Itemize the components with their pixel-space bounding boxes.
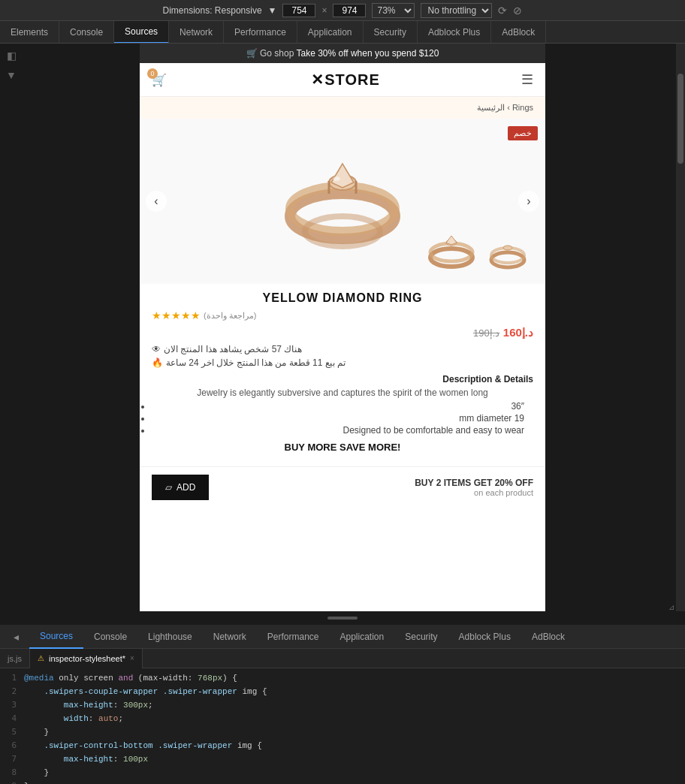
promo-bold: BUY 2 ITEMS GET 20% OFF (415, 478, 533, 488)
line-content-2: .swipers-couple-wrapper .swiper-wrapper … (24, 685, 267, 698)
panel-tab-console[interactable]: Console (83, 625, 137, 649)
menu-icon[interactable]: ☰ (521, 71, 533, 88)
line-num-1: 1 (0, 671, 24, 685)
viewers-line: هناك 57 شخص يشاهد هذا المنتج الان 👁 (152, 344, 533, 354)
left-panel: ◧ ▼ (0, 44, 23, 611)
close-file-icon[interactable]: × (130, 654, 134, 662)
desc-text: Jewelry is elegantly subversive and capt… (152, 387, 533, 398)
panel-tab-back[interactable]: ◂ (3, 625, 29, 649)
rotate-button[interactable]: ⟳ (498, 5, 507, 17)
line-content-7: max-height: 100px (24, 752, 148, 766)
breadcrumb: Rings › الرئيسية (140, 97, 545, 119)
file-tab-js[interactable]: js.js (0, 649, 30, 668)
top-toolbar: Dimensions: Responsive ▼ × 73% 50% 100% … (0, 0, 685, 21)
bullet-2: mm diameter 19 (152, 413, 524, 424)
code-line-9: 9 } (0, 779, 685, 784)
panel-tab-performance[interactable]: Performance (257, 625, 330, 649)
svg-point-16 (503, 246, 512, 250)
sold-icon: 🔥 (152, 357, 163, 368)
panel-tab-security[interactable]: Security (394, 625, 448, 649)
add-button-label: ADD (177, 482, 195, 493)
devtools-panel: ◂ Sources Console Lighthouse Network Per… (0, 625, 685, 784)
browser-area: ◧ ▼ Go shop Take 30% off when you spend … (0, 44, 685, 611)
code-line-1: 1 @media only screen and (max-width: 768… (0, 671, 685, 685)
desc-title: Description & Details (152, 374, 533, 384)
tab-performance[interactable]: Performance (224, 21, 297, 44)
line-num-8: 8 (0, 766, 24, 779)
bullet-3: Designed to be comfortable and easy to w… (152, 425, 524, 436)
buy-more-text: !BUY MORE SAVE MORE (152, 442, 533, 453)
panel-tab-adblock[interactable]: AdBlock (521, 625, 575, 649)
file-tab-inspector[interactable]: ⚠ inspector-stylesheet* × (30, 649, 143, 668)
resize-handle[interactable]: ⊿ (667, 602, 676, 611)
line-content-9: } (24, 779, 29, 784)
height-input[interactable] (333, 4, 366, 17)
code-line-3: 3 max-height: 300px; (0, 698, 685, 712)
dropdown-arrow-icon: ▼ (268, 5, 277, 16)
product-price: د.إ160 د.إ190 (152, 326, 533, 339)
code-line-4: 4 width: auto; (0, 712, 685, 725)
line-num-2: 2 (0, 685, 24, 698)
product-thumb-1 (425, 224, 478, 276)
tab-adblock[interactable]: AdBlock (491, 21, 546, 44)
sold-line: تم بيع 11 قطعة من هذا المنتج خلال اخر 24… (152, 357, 533, 368)
panel-tab-sources[interactable]: Sources (29, 625, 83, 649)
viewers-icon: 👁 (152, 344, 161, 354)
add-to-cart-button[interactable]: ADD ▱ (152, 475, 209, 500)
scroll-thumb[interactable] (677, 74, 683, 164)
product-title: YELLOW DIAMOND RING (152, 291, 533, 305)
product-image-wrap: خصم ‹ (140, 119, 545, 284)
tab-console[interactable]: Console (59, 21, 114, 44)
left-panel-icon-2[interactable]: ▼ (6, 69, 17, 81)
product-rating: (مراجعة واحدة) ★★★★★ (152, 309, 533, 321)
site-frame: Go shop Take 30% off when you spend $120… (140, 44, 545, 611)
product-info: YELLOW DIAMOND RING (مراجعة واحدة) ★★★★★… (140, 284, 545, 466)
product-main-image (275, 134, 410, 269)
no-throttle-icon: ⊘ (513, 5, 522, 17)
tab-elements[interactable]: Elements (0, 21, 59, 44)
code-line-8: 8 } (0, 766, 685, 779)
panel-tab-application[interactable]: Application (330, 625, 395, 649)
line-content-1: @media only screen and (max-width: 768px… (24, 671, 237, 685)
line-content-4: width: auto; (24, 712, 123, 725)
drag-bar-handle (327, 617, 358, 620)
panel-tab-lighthouse[interactable]: Lighthouse (137, 625, 203, 649)
tab-network[interactable]: Network (169, 21, 224, 44)
line-num-9: 9 (0, 779, 24, 784)
line-content-6: .swiper-control-bottom .swiper-wrapper i… (24, 739, 262, 752)
tab-security[interactable]: Security (364, 21, 418, 44)
carousel-next-button[interactable]: › (518, 191, 539, 212)
product-desc: Description & Details Jewelry is elegant… (152, 374, 533, 436)
line-num-7: 7 (0, 752, 24, 766)
site-banner: Go shop Take 30% off when you spend $120… (140, 44, 545, 63)
add-icon: ▱ (165, 482, 172, 493)
tab-adblock-plus[interactable]: Adblock Plus (418, 21, 491, 44)
tab-application[interactable]: Application (297, 21, 364, 44)
file-label-inspector: inspector-stylesheet* (49, 654, 125, 663)
site-logo: ✕STORE (170, 71, 521, 89)
scrollbar[interactable] (676, 44, 685, 611)
line-num-5: 5 (0, 725, 24, 739)
svg-marker-13 (446, 236, 457, 245)
warn-icon: ⚠ (38, 654, 44, 662)
panel-tab-adblock-plus[interactable]: Adblock Plus (448, 625, 521, 649)
carousel-prev-button[interactable]: ‹ (146, 191, 167, 212)
breadcrumb-current: Rings (512, 103, 533, 112)
line-content-8: } (24, 766, 49, 779)
zoom-select[interactable]: 73% 50% 100% (372, 3, 415, 18)
line-content-5: } (24, 725, 49, 739)
left-panel-icon-1[interactable]: ◧ (7, 50, 17, 62)
product-badge: خصم (508, 126, 538, 140)
code-area: 1 @media only screen and (max-width: 768… (0, 668, 685, 784)
tab-sources[interactable]: Sources (114, 21, 169, 44)
price-old: د.إ190 (473, 327, 499, 339)
drag-bar[interactable] (0, 611, 685, 625)
panel-tabs: ◂ Sources Console Lighthouse Network Per… (0, 625, 685, 649)
throttle-select[interactable]: No throttling Fast 3G Slow 3G (421, 3, 492, 18)
width-input[interactable] (282, 4, 315, 17)
panel-tab-network[interactable]: Network (203, 625, 257, 649)
devtools-tabs-bar: Elements Console Sources Network Perform… (0, 21, 685, 44)
review-count: (مراجعة واحدة) (204, 311, 256, 321)
go-shop-link[interactable]: Go shop (260, 48, 294, 59)
code-line-5: 5 } (0, 725, 685, 739)
